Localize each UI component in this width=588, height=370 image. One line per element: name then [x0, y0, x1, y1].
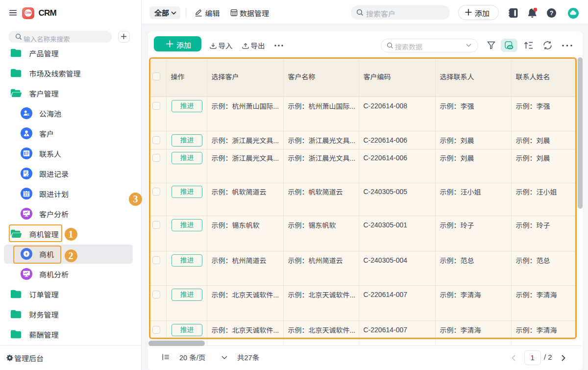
svg-text:?: ?	[550, 10, 554, 17]
